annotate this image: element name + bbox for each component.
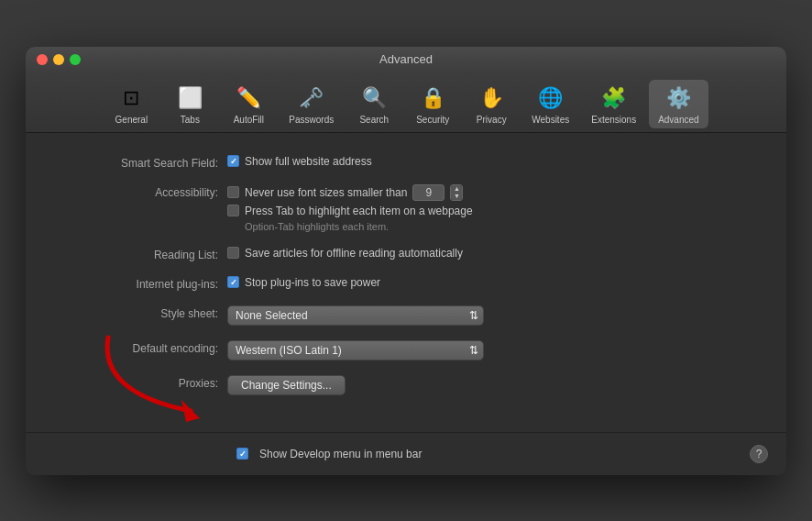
change-settings-label: Change Settings... — [241, 379, 332, 392]
privacy-label: Privacy — [477, 115, 507, 125]
font-size-label: Never use font sizes smaller than — [245, 186, 407, 199]
search-icon: 🔍 — [359, 83, 389, 113]
passwords-label: Passwords — [289, 115, 334, 125]
develop-menu-label: Show Develop menu in menu bar — [259, 448, 422, 460]
tab-security[interactable]: 🔒 Security — [405, 80, 460, 128]
font-size-stepper[interactable]: ▲ ▼ — [450, 184, 463, 201]
font-size-down[interactable]: ▼ — [451, 193, 462, 200]
search-label: Search — [359, 115, 389, 125]
default-encoding-value: Western (ISO Latin 1) — [236, 344, 342, 357]
tabs-label: Tabs — [181, 115, 200, 125]
internet-plugins-checkbox[interactable] — [227, 276, 239, 288]
default-encoding-control: Western (ISO Latin 1) ⇅ — [227, 340, 484, 360]
tab-advanced[interactable]: ⚙️ Advanced — [649, 80, 708, 128]
proxies-label: Proxies: — [62, 375, 227, 390]
reading-list-control: Save articles for offline reading automa… — [227, 247, 463, 260]
dropdown-arrow-icon: ⇅ — [469, 309, 478, 322]
font-size-checkbox[interactable] — [227, 186, 239, 198]
reading-list-checkbox-label: Save articles for offline reading automa… — [245, 247, 463, 260]
default-encoding-row: Default encoding: Western (ISO Latin 1) … — [62, 340, 750, 360]
develop-menu-checkbox[interactable] — [236, 448, 248, 460]
smart-search-control: Show full website address — [227, 155, 372, 168]
default-encoding-label: Default encoding: — [62, 340, 227, 355]
tab-search[interactable]: 🔍 Search — [346, 80, 401, 128]
tab-general[interactable]: ⊡ General — [104, 80, 159, 128]
reading-list-label: Reading List: — [62, 247, 227, 261]
bottom-bar: Show Develop menu in menu bar ? — [26, 432, 786, 475]
style-sheet-value: None Selected — [236, 309, 308, 322]
extensions-icon: 🧩 — [599, 83, 629, 113]
tab-websites[interactable]: 🌐 Websites — [522, 80, 578, 128]
change-settings-button[interactable]: Change Settings... — [227, 375, 346, 395]
autofill-icon: ✏️ — [234, 83, 263, 113]
tab-highlight-label: Press Tab to highlight each item on a we… — [245, 205, 473, 217]
websites-label: Websites — [532, 115, 569, 125]
general-icon: ⊡ — [116, 83, 146, 113]
security-label: Security — [416, 115, 449, 125]
reading-list-row: Reading List: Save articles for offline … — [62, 247, 750, 261]
style-sheet-dropdown[interactable]: None Selected ⇅ — [227, 305, 484, 326]
window-title: Advanced — [379, 52, 433, 66]
general-label: General — [115, 115, 148, 125]
smart-search-label: Smart Search Field: — [62, 155, 227, 170]
help-button[interactable]: ? — [750, 445, 768, 463]
passwords-icon: 🗝️ — [297, 83, 326, 113]
style-sheet-label: Style sheet: — [62, 305, 227, 320]
accessibility-label: Accessibility: — [62, 184, 227, 199]
dropdown-arrow-encoding-icon: ⇅ — [469, 344, 478, 357]
content-area: Smart Search Field: Show full website ad… — [26, 133, 786, 475]
titlebar: Advanced — [26, 47, 786, 72]
minimize-button[interactable] — [53, 54, 64, 65]
traffic-lights — [37, 54, 81, 65]
style-sheet-row: Style sheet: None Selected ⇅ — [62, 305, 750, 326]
default-encoding-dropdown[interactable]: Western (ISO Latin 1) ⇅ — [227, 340, 484, 360]
tab-autofill[interactable]: ✏️ AutoFill — [221, 80, 276, 128]
main-window: Advanced ⊡ General ⬜ Tabs ✏️ AutoFill 🗝️… — [26, 47, 786, 475]
help-icon: ? — [756, 448, 763, 460]
tab-highlight-checkbox[interactable] — [227, 205, 239, 216]
tabs-icon: ⬜ — [175, 83, 204, 113]
font-size-input[interactable] — [412, 184, 444, 201]
security-icon: 🔒 — [418, 83, 447, 113]
advanced-label: Advanced — [658, 115, 698, 125]
extensions-label: Extensions — [591, 115, 636, 125]
internet-plugins-control: Stop plug-ins to save power — [227, 276, 380, 289]
advanced-icon: ⚙️ — [664, 83, 693, 113]
style-sheet-control: None Selected ⇅ — [227, 305, 484, 326]
maximize-button[interactable] — [70, 54, 81, 65]
privacy-icon: ✋ — [477, 83, 506, 113]
reading-list-checkbox[interactable] — [227, 247, 239, 259]
accessibility-row: Accessibility: Never use font sizes smal… — [62, 184, 750, 232]
toolbar: ⊡ General ⬜ Tabs ✏️ AutoFill 🗝️ Password… — [26, 72, 786, 133]
smart-search-row: Smart Search Field: Show full website ad… — [62, 155, 750, 170]
websites-icon: 🌐 — [536, 83, 565, 113]
tab-tabs[interactable]: ⬜ Tabs — [162, 80, 217, 128]
tab-extensions[interactable]: 🧩 Extensions — [582, 80, 645, 128]
proxies-row: Proxies: Change Settings... — [62, 375, 750, 395]
font-size-up[interactable]: ▲ — [451, 185, 462, 193]
tab-privacy[interactable]: ✋ Privacy — [464, 80, 519, 128]
tab-passwords[interactable]: 🗝️ Passwords — [280, 80, 343, 128]
accessibility-control: Never use font sizes smaller than ▲ ▼ Pr… — [227, 184, 473, 232]
internet-plugins-checkbox-label: Stop plug-ins to save power — [245, 276, 380, 289]
internet-plugins-row: Internet plug-ins: Stop plug-ins to save… — [62, 276, 750, 291]
close-button[interactable] — [37, 54, 48, 65]
tab-hint-text: Option-Tab highlights each item. — [245, 221, 473, 232]
smart-search-checkbox-label: Show full website address — [245, 155, 372, 168]
smart-search-checkbox[interactable] — [227, 155, 239, 167]
proxies-control: Change Settings... — [227, 375, 346, 395]
autofill-label: AutoFill — [234, 115, 264, 125]
settings-content: Smart Search Field: Show full website ad… — [26, 133, 786, 432]
internet-plugins-label: Internet plug-ins: — [62, 276, 227, 291]
